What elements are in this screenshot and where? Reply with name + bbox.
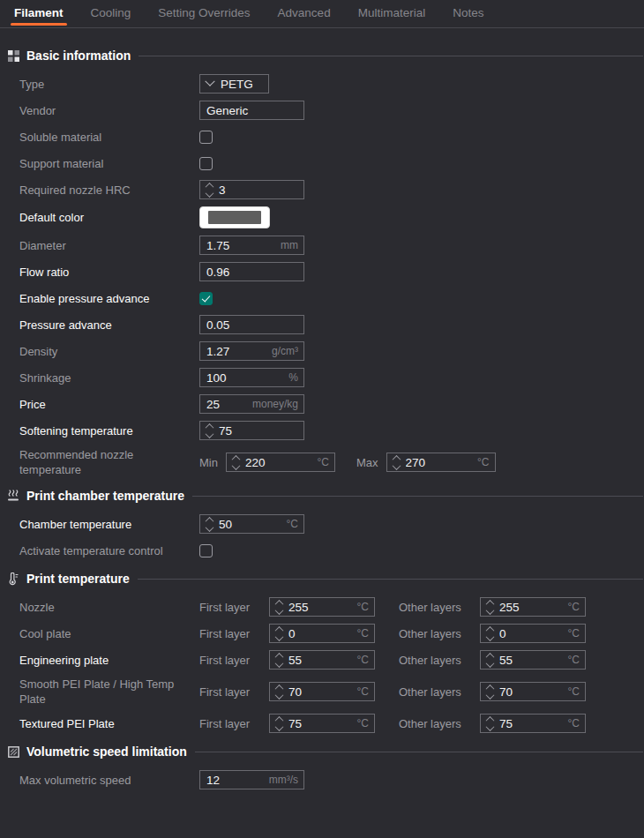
tab-cooling[interactable]: Cooling (89, 1, 133, 27)
min-nozzle-temp-input[interactable] (245, 456, 314, 469)
tab-filament[interactable]: Filament (12, 1, 65, 27)
spinner-arrows[interactable] (393, 455, 400, 470)
row-pressure-advance: Pressure advance (0, 315, 644, 334)
min-label: Min (199, 456, 218, 469)
cool-plate-label: Cool plate (19, 626, 199, 641)
smooth-pei-other-layers-input[interactable] (499, 685, 565, 699)
spinner-arrows[interactable] (206, 517, 213, 532)
row-density: Density g/cm³ (0, 341, 644, 361)
density-label: Density (19, 344, 199, 359)
tab-advanced[interactable]: Advanced (276, 1, 333, 27)
spinner-arrows[interactable] (487, 685, 493, 700)
row-vendor: Vendor (0, 101, 644, 120)
row-support-material: Support material (0, 153, 644, 173)
chamber-temperature-unit: °C (287, 518, 298, 530)
activate-temperature-control-checkbox[interactable] (199, 544, 213, 557)
section-divider (195, 752, 643, 752)
flow-ratio-label: Flow ratio (19, 265, 199, 280)
row-activate-temperature-control: Activate temperature control (0, 541, 644, 560)
tab-multimaterial[interactable]: Multimaterial (356, 1, 428, 27)
spinner-arrows[interactable] (206, 183, 213, 198)
default-color-label: Default color (19, 210, 199, 225)
temp-unit: °C (568, 685, 580, 698)
spinner-arrows[interactable] (487, 626, 493, 641)
pressure-advance-label: Pressure advance (19, 318, 199, 333)
spinner-arrows[interactable] (487, 653, 493, 668)
smooth-pei-first-layer-input-box: °C (269, 682, 375, 701)
diameter-unit: mm (281, 239, 298, 251)
softening-temperature-label: Softening temperature (19, 423, 199, 438)
other-layers-label: Other layers (399, 717, 480, 730)
spinner-arrows[interactable] (487, 600, 493, 615)
spinner-arrows[interactable] (276, 600, 282, 615)
softening-temperature-input[interactable] (219, 424, 298, 438)
tab-notes[interactable]: Notes (451, 1, 485, 27)
max-volumetric-speed-input[interactable] (206, 774, 266, 787)
type-value: PETG (221, 78, 253, 91)
diameter-input-box: mm (199, 236, 304, 255)
section-divider (139, 56, 643, 56)
row-soluble-material: Soluble material (0, 127, 644, 146)
textured-pei-plate-label: Textured PEI Plate (19, 716, 199, 731)
price-input[interactable] (206, 398, 249, 411)
support-material-checkbox[interactable] (199, 157, 213, 170)
cool-plate-first-layer-input[interactable] (288, 627, 354, 640)
cool-plate-other-layers-input[interactable] (499, 627, 565, 640)
spinner-arrows[interactable] (276, 716, 282, 731)
spinner-arrows[interactable] (487, 716, 493, 731)
color-swatch (208, 211, 261, 224)
row-recommended-nozzle-temperature: Recommended nozzle temperature Min °C Ma… (0, 447, 644, 477)
textured-pei-other-layers-input[interactable] (499, 717, 565, 730)
shrinkage-label: Shrinkage (19, 370, 199, 385)
density-input[interactable] (206, 345, 268, 358)
textured-pei-first-layer-input-box: °C (269, 714, 375, 733)
vendor-input[interactable] (206, 104, 298, 117)
pressure-advance-input[interactable] (206, 318, 298, 332)
temp-unit: °C (357, 654, 369, 666)
spinner-arrows[interactable] (276, 685, 282, 700)
engineering-plate-other-layers-input-box: °C (480, 650, 586, 670)
section-volumetric-speed-limitation: Volumetric speed limitation (0, 744, 644, 759)
density-unit: g/cm³ (272, 345, 298, 357)
chamber-temperature-input[interactable] (219, 518, 283, 531)
first-layer-label: First layer (199, 627, 269, 640)
spinner-arrows[interactable] (276, 653, 282, 668)
spinner-arrows[interactable] (233, 455, 239, 470)
row-softening-temperature: Softening temperature (0, 421, 644, 440)
spinner-arrows[interactable] (206, 423, 213, 438)
max-nozzle-temp-input[interactable] (406, 456, 475, 469)
shrinkage-input-box: % (199, 368, 304, 387)
row-default-color: Default color (0, 206, 644, 228)
textured-pei-first-layer-input[interactable] (288, 717, 354, 730)
flow-ratio-input[interactable] (206, 266, 298, 279)
row-shrinkage: Shrinkage % (0, 368, 644, 387)
soluble-material-checkbox[interactable] (199, 131, 213, 144)
default-color-picker[interactable] (199, 206, 270, 228)
nozzle-first-layer-input[interactable] (288, 601, 354, 614)
row-diameter: Diameter mm (0, 236, 644, 255)
nozzle-other-layers-input[interactable] (499, 601, 565, 614)
section-title: Print temperature (26, 572, 130, 586)
other-layers-label: Other layers (399, 685, 480, 699)
row-price: Price money/kg (0, 394, 644, 414)
smooth-pei-first-layer-input[interactable] (288, 685, 354, 699)
tab-setting-overrides[interactable]: Setting Overrides (156, 1, 251, 27)
enable-pressure-advance-checkbox[interactable] (199, 292, 213, 305)
section-divider (192, 496, 643, 497)
engineering-plate-other-layers-input[interactable] (499, 654, 565, 667)
spinner-arrows[interactable] (276, 626, 282, 641)
required-nozzle-hrc-input[interactable] (219, 183, 298, 197)
cool-plate-first-layer-input-box: °C (269, 624, 375, 643)
section-divider (138, 579, 643, 580)
tab-bar: Filament Cooling Setting Overrides Advan… (0, 0, 644, 28)
thermometer-icon (7, 572, 19, 585)
shrinkage-input[interactable] (206, 371, 285, 385)
engineering-plate-first-layer-input[interactable] (288, 654, 354, 667)
pressure-advance-input-box (199, 315, 304, 334)
vendor-label: Vendor (19, 103, 199, 118)
type-select[interactable]: PETG (199, 74, 269, 94)
diameter-input[interactable] (206, 239, 277, 252)
row-flow-ratio: Flow ratio (0, 262, 644, 281)
max-nozzle-temp-input-box: °C (386, 453, 496, 472)
max-label: Max (356, 456, 378, 469)
